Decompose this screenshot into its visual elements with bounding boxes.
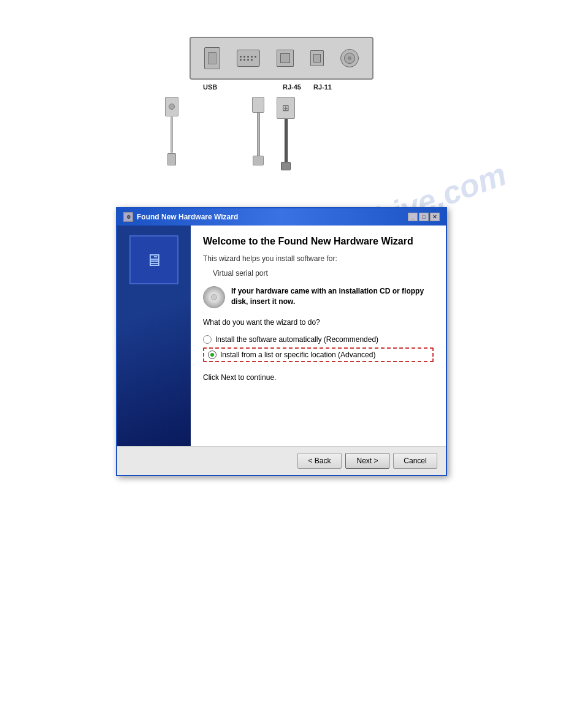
- radio-option-automatic[interactable]: Install the software automatically (Reco…: [203, 335, 434, 344]
- usb-wire: [170, 116, 173, 153]
- rj11-connector-top: ⊞: [277, 97, 295, 119]
- radio-automatic-label: Install the software automatically (Reco…: [215, 335, 378, 344]
- hardware-diagram-section: USB RJ-45 RJ-11 ⊞: [0, 0, 563, 170]
- wizard-left-graphic: 🖥: [129, 235, 178, 284]
- usb-connector-bottom: [167, 153, 176, 165]
- rj11-label: RJ-11: [313, 83, 332, 91]
- next-button[interactable]: Next >: [345, 453, 389, 469]
- round-port: [340, 49, 359, 67]
- rj45-cable: [252, 97, 264, 165]
- rj45-port: [277, 50, 294, 67]
- wizard-title: Found New Hardware Wizard: [137, 213, 238, 221]
- close-button[interactable]: ✕: [430, 213, 440, 221]
- wizard-footer: < Back Next > Cancel: [117, 446, 446, 475]
- titlebar-buttons[interactable]: _ □ ✕: [408, 213, 440, 221]
- radio-group: Install the software automatically (Reco…: [203, 335, 434, 362]
- wizard-titlebar-left: ⚙ Found New Hardware Wizard: [123, 212, 238, 222]
- radio-option-specific[interactable]: Install from a list or specific location…: [203, 347, 434, 362]
- rj45-connector-bottom: [253, 156, 264, 165]
- rj45-wire: [257, 113, 260, 156]
- rj45-label: RJ-45: [283, 83, 301, 91]
- rj11-connector-bottom: [281, 162, 291, 170]
- wizard-cd-text: If your hardware came with an installati…: [231, 286, 434, 307]
- radio-automatic[interactable]: [203, 335, 212, 344]
- rj45-connector-top: [252, 97, 264, 113]
- wizard-cd-section: If your hardware came with an installati…: [203, 286, 434, 308]
- usb-label: USB: [203, 83, 217, 91]
- wizard-titlebar: ⚙ Found New Hardware Wizard _ □ ✕: [117, 208, 446, 226]
- usb-connector-top: [165, 97, 178, 116]
- hardware-icon: 🖥: [145, 250, 163, 270]
- wizard-container: ⚙ Found New Hardware Wizard _ □ ✕ 🖥 Welc…: [0, 207, 563, 476]
- minimize-button[interactable]: _: [408, 213, 418, 221]
- wizard-heading: Welcome to the Found New Hardware Wizard: [203, 235, 434, 248]
- usb-cable: [165, 97, 178, 165]
- wizard-dialog: ⚙ Found New Hardware Wizard _ □ ✕ 🖥 Welc…: [116, 207, 447, 476]
- rj11-port: [310, 50, 324, 66]
- back-button[interactable]: < Back: [297, 453, 342, 469]
- cancel-button[interactable]: Cancel: [393, 453, 437, 469]
- rj11-wire: [285, 119, 288, 162]
- wizard-titlebar-icon: ⚙: [123, 212, 133, 222]
- wizard-question: What do you want the wizard to do?: [203, 318, 434, 327]
- wizard-body: 🖥 Welcome to the Found New Hardware Wiza…: [117, 226, 446, 446]
- serial-port: [237, 50, 260, 67]
- radio-specific[interactable]: [208, 351, 216, 359]
- rj11-cable: ⊞: [277, 97, 295, 170]
- port-labels: USB RJ-45 RJ-11: [190, 83, 373, 94]
- wizard-click-next: Click Next to continue.: [203, 373, 434, 382]
- radio-specific-label: Install from a list or specific location…: [220, 351, 375, 359]
- cables-section: ⊞: [153, 97, 410, 170]
- wizard-left-panel: 🖥: [117, 226, 191, 446]
- wizard-right-panel: Welcome to the Found New Hardware Wizard…: [191, 226, 446, 446]
- usb-port: [204, 47, 220, 69]
- rj11-icon: ⊞: [282, 103, 289, 113]
- cd-icon: [203, 286, 225, 308]
- maximize-button[interactable]: □: [419, 213, 429, 221]
- wizard-subtitle: This wizard helps you install software f…: [203, 254, 434, 263]
- device-back-panel: [190, 37, 373, 80]
- wizard-device-name: Virtual serial port: [213, 269, 434, 278]
